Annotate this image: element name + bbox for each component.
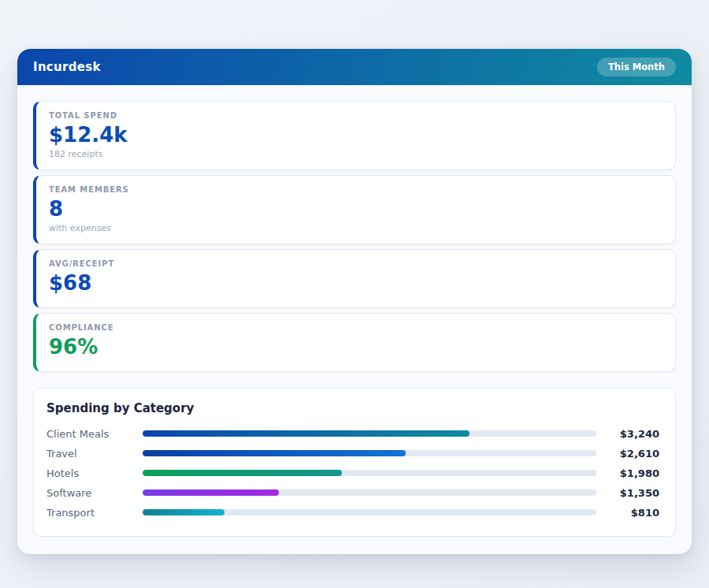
spending-by-category-card: Spending by Category Client Meals $3,240… xyxy=(33,388,676,537)
bar-track xyxy=(143,450,596,456)
category-label: Hotels xyxy=(46,467,143,479)
stat-value: $12.4k xyxy=(49,124,663,147)
stat-card-compliance: COMPLIANCE 96% xyxy=(33,313,676,372)
dashboard-content: TOTAL SPEND $12.4k 182 receipts TEAM MEM… xyxy=(17,85,692,554)
bar-track xyxy=(143,489,596,496)
bar-track xyxy=(143,430,596,437)
category-label: Travel xyxy=(46,448,143,460)
spending-row-software: Software $1,350 xyxy=(46,483,659,503)
stat-value: 96% xyxy=(49,336,663,359)
stat-subtext: 182 receipts xyxy=(49,149,663,159)
spending-row-client-meals: Client Meals $3,240 xyxy=(46,424,659,444)
bar-track xyxy=(143,509,596,515)
bar-track xyxy=(143,470,596,476)
category-value: $810 xyxy=(596,507,659,519)
stat-card-team-members: TEAM MEMBERS 8 with expenses xyxy=(33,175,676,244)
spending-card-title: Spending by Category xyxy=(46,401,659,415)
stat-subtext: with expenses xyxy=(49,223,663,233)
app-title: Incurdesk xyxy=(33,60,101,74)
period-badge[interactable]: This Month xyxy=(597,58,676,76)
bar-fill xyxy=(143,430,470,437)
bar-fill xyxy=(143,450,406,456)
stat-card-total-spend: TOTAL SPEND $12.4k 182 receipts xyxy=(33,101,676,170)
app-header: Incurdesk This Month xyxy=(17,49,692,85)
category-value: $2,610 xyxy=(596,448,659,460)
stat-value: 8 xyxy=(49,198,663,221)
dashboard-panel: Incurdesk This Month TOTAL SPEND $12.4k … xyxy=(17,49,692,554)
spending-row-travel: Travel $2,610 xyxy=(46,444,659,463)
category-label: Transport xyxy=(46,507,143,519)
category-value: $1,350 xyxy=(596,487,659,499)
bar-fill xyxy=(143,509,225,515)
spending-row-transport: Transport $810 xyxy=(46,503,659,523)
stat-label: COMPLIANCE xyxy=(49,323,663,332)
bar-fill xyxy=(143,489,279,496)
category-label: Software xyxy=(46,487,143,499)
category-value: $3,240 xyxy=(596,428,659,440)
category-label: Client Meals xyxy=(46,428,143,440)
spending-row-hotels: Hotels $1,980 xyxy=(46,463,659,483)
stat-label: TEAM MEMBERS xyxy=(49,185,663,194)
stat-card-avg-receipt: AVG/RECEIPT $68 xyxy=(33,249,676,308)
stat-label: TOTAL SPEND xyxy=(49,111,663,120)
category-value: $1,980 xyxy=(596,467,659,479)
stat-value: $68 xyxy=(49,272,663,296)
bar-fill xyxy=(143,470,342,476)
stat-label: AVG/RECEIPT xyxy=(49,259,663,268)
